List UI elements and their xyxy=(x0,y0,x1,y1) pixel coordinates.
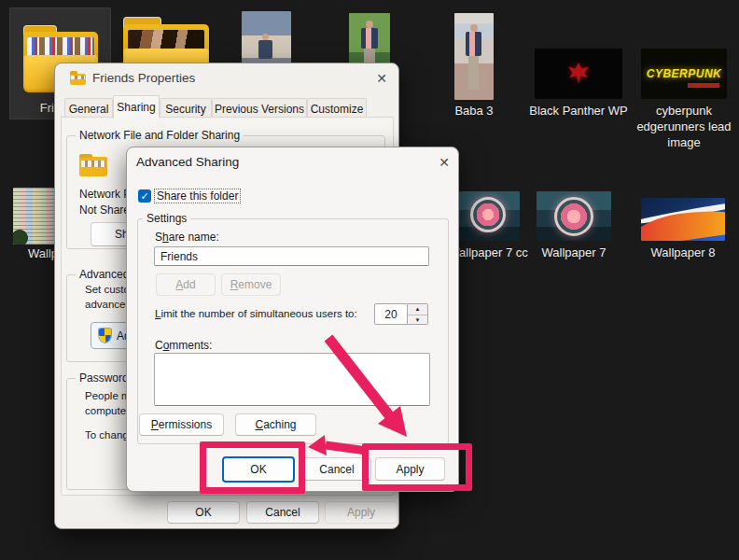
properties-close-icon[interactable]: ✕ xyxy=(372,69,391,88)
wallpaper7-image xyxy=(537,191,611,241)
cyberpunk-image: CYBERPUNK xyxy=(641,49,727,99)
properties-cancel-button[interactable]: Cancel xyxy=(246,501,319,524)
properties-apply-button: Apply xyxy=(325,501,397,524)
tab-general[interactable]: General xyxy=(64,98,113,119)
advanced-sharing-dialog: Advanced Sharing ✕ ✓ Share this folder S… xyxy=(126,147,459,492)
share-this-folder-checkbox[interactable]: ✓ xyxy=(138,189,151,203)
limit-users-spinner: ▲ ▼ xyxy=(408,303,428,325)
properties-ok-button[interactable]: OK xyxy=(167,501,240,524)
advanced-titlebar[interactable]: Advanced Sharing ✕ xyxy=(127,147,458,175)
tab-previous-versions[interactable]: Previous Versions xyxy=(212,98,307,119)
remove-button: Remove xyxy=(221,273,281,296)
properties-title: Friends Properties xyxy=(92,71,195,85)
comments-textarea[interactable] xyxy=(154,353,430,406)
advanced-ok-button[interactable]: OK xyxy=(222,456,295,483)
wallpaper7-label: Wallpaper 7 xyxy=(537,245,611,260)
baba3-image xyxy=(454,13,494,100)
checkmark-icon: ✓ xyxy=(140,190,148,203)
tab-sharing[interactable]: Sharing xyxy=(113,95,160,119)
panther-emblem-icon xyxy=(566,62,591,86)
black-panther-image xyxy=(535,49,622,99)
add-button: Add xyxy=(156,273,216,296)
cyberpunk-red-bar xyxy=(688,83,719,88)
wallpaper8-image xyxy=(641,198,725,241)
shared-folder-icon xyxy=(79,157,107,176)
baba3-label: Baba 3 xyxy=(439,103,509,119)
permissions-button[interactable]: Permissions xyxy=(139,413,224,436)
spinner-down-icon[interactable]: ▼ xyxy=(408,315,427,326)
black-panther-label: Black Panther WP xyxy=(523,103,634,119)
limit-users-value[interactable]: 20 xyxy=(374,303,408,325)
wallpaper8-label: Wallpaper 8 xyxy=(641,245,725,260)
advanced-title: Advanced Sharing xyxy=(136,155,239,169)
advanced-cancel-button[interactable]: Cancel xyxy=(302,457,371,481)
cyberpunk-logo-text: CYBERPUNK xyxy=(647,67,722,80)
share-name-label: Share name: xyxy=(155,231,219,244)
network-sharing-group-title: Network File and Folder Sharing xyxy=(76,129,244,142)
caching-button[interactable]: Caching xyxy=(235,413,316,436)
wallpaper7cc-image xyxy=(456,191,520,241)
uac-shield-icon xyxy=(99,329,111,343)
desktop: Friends Baba 3 Black Panther WP CYBERPUN… xyxy=(0,0,739,560)
folder-icon xyxy=(70,74,86,85)
cyberpunk-label: cyberpunk edgerunners lead image xyxy=(635,103,732,150)
comments-label: Comments: xyxy=(155,339,212,352)
advanced-apply-button[interactable]: Apply xyxy=(375,457,445,481)
tab-security[interactable]: Security xyxy=(160,98,212,119)
tab-customize[interactable]: Customize xyxy=(307,98,367,119)
advanced-close-icon[interactable]: ✕ xyxy=(435,153,453,172)
limit-users-label: Limit the number of simultaneous users t… xyxy=(155,308,357,319)
share-this-folder-label[interactable]: Share this folder xyxy=(154,189,241,203)
spinner-up-icon[interactable]: ▲ xyxy=(408,304,427,315)
properties-titlebar[interactable]: Friends Properties ✕ xyxy=(55,63,398,91)
settings-group-title: Settings xyxy=(143,212,190,225)
wallpaper-left-image xyxy=(13,188,54,245)
share-name-input[interactable] xyxy=(154,246,429,266)
